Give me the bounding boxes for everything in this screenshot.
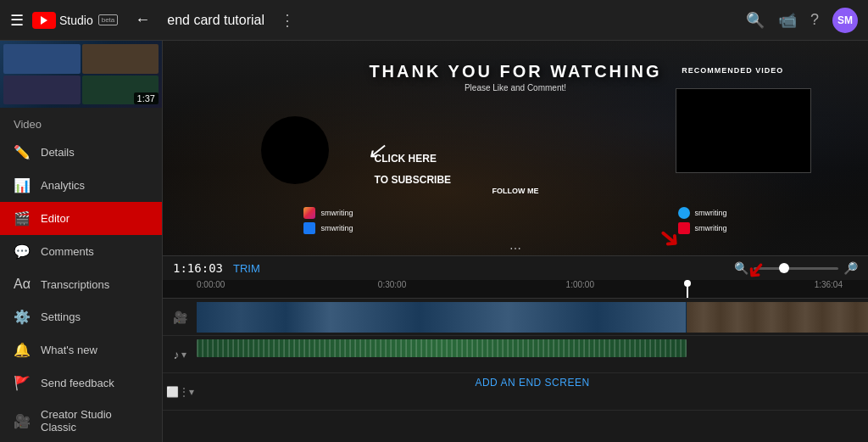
thumb-cell — [3, 76, 81, 105]
header-title: end card tutorial — [167, 13, 264, 28]
audio-track-content[interactable] — [197, 339, 868, 370]
click-here-text: CLICK HERE — [375, 153, 437, 165]
drag-handle[interactable]: ⋯ — [509, 242, 521, 255]
studio-text: Studio — [59, 14, 93, 27]
video-strip — [197, 302, 868, 333]
social-twitter: smwriting — [695, 209, 727, 217]
timeline-tracks: 🎥 ➜ — [163, 299, 868, 442]
thumb-cell — [3, 44, 81, 74]
sidebar-label-comments: Comments — [41, 245, 94, 258]
follow-me-text: FOLLOW ME — [492, 187, 539, 195]
sidebar-label-details: Details — [41, 146, 75, 159]
send-feedback-icon: 🚩 — [14, 375, 31, 391]
preview-frame: THANK YOU FOR WATCHING Please Like and C… — [163, 41, 868, 255]
thumb-cell — [82, 44, 159, 74]
sidebar-item-creator-studio[interactable]: 🎥 Creator Studio Classic — [0, 400, 162, 442]
beta-badge: beta — [98, 14, 119, 25]
sidebar-label-creator-studio: Creator Studio Classic — [41, 408, 148, 434]
video-track-content[interactable] — [197, 302, 868, 333]
audio-track-icons: ♪ ▾ — [163, 348, 197, 361]
comments-icon: 💬 — [14, 243, 31, 260]
search-icon[interactable]: 🔍 — [746, 11, 765, 30]
trim-button[interactable]: TRIM — [233, 262, 260, 275]
sidebar-item-analytics[interactable]: 📊 Analytics — [0, 169, 162, 202]
whats-new-icon: 🔔 — [14, 342, 31, 358]
details-icon: ✏️ — [14, 144, 31, 160]
settings-icon: ⚙️ — [14, 309, 31, 325]
social-instagram: smwriting — [320, 209, 353, 217]
audio-chevron-icon[interactable]: ▾ — [181, 349, 186, 361]
header-left: ☰ Studio beta ← end card tutorial ⋮ — [10, 11, 295, 30]
ruler-track: 0:00:00 0:30:00 1:00:00 1:36:04 — [197, 280, 868, 298]
thank-you-text: THANK YOU FOR WATCHING — [369, 62, 661, 81]
audio-track-row: ♪ ▾ — [163, 336, 868, 373]
subscribe-circle — [261, 116, 329, 184]
sidebar-label-send-feedback: Send feedback — [41, 377, 114, 389]
sidebar-label-editor: Editor — [41, 212, 70, 225]
top-header: ☰ Studio beta ← end card tutorial ⋮ 🔍 📹 … — [0, 0, 868, 41]
thumbnail-image: 1:37 — [0, 41, 162, 108]
main-layout: 1:37 Video ✏️ Details 📊 Analytics 🎬 Edit… — [0, 41, 868, 442]
recommended-label: RECOMMENDED VIDEO — [682, 66, 783, 75]
video-track-icon: 🎥 — [163, 311, 197, 324]
playhead-dot — [684, 280, 691, 287]
ruler-mark-3: 1:36:04 — [815, 280, 843, 289]
more-options-icon[interactable]: ⋮ — [280, 11, 295, 30]
thumbnail-preview: 1:37 — [0, 41, 162, 108]
editor-icon: 🎬 — [14, 210, 31, 227]
sidebar-item-comments[interactable]: 💬 Comments — [0, 235, 162, 268]
ruler-mark-0: 0:00:00 — [197, 280, 225, 289]
audio-strip — [197, 339, 687, 358]
sidebar-item-transcriptions[interactable]: Aα Transcriptions — [0, 268, 162, 300]
video-track-row: 🎥 ➜ — [163, 299, 868, 336]
video-frames — [197, 302, 687, 333]
end-screen-more-icon[interactable]: ⋮ — [179, 386, 189, 398]
yt-play-icon — [32, 12, 56, 29]
sidebar-item-whats-new[interactable]: 🔔 What's new — [0, 333, 162, 366]
subtitle-text: Please Like and Comment! — [369, 83, 661, 92]
analytics-icon: 📊 — [14, 177, 31, 193]
timecode: 1:16:03 — [173, 261, 223, 275]
sidebar-section-video: Video — [0, 108, 162, 136]
sidebar-label-transcriptions: Transcriptions — [41, 278, 109, 291]
timeline-area: 1:16:03 TRIM 🔍 🔎 0:00:00 0:30:00 1:00:00 — [163, 255, 868, 442]
playhead-ruler — [687, 280, 688, 298]
zoom-thumb — [779, 263, 789, 273]
social-facebook: smwriting — [320, 224, 353, 232]
ruler-mark-1: 0:30:00 — [378, 280, 406, 289]
end-screen-chevron-icon[interactable]: ▾ — [189, 386, 194, 398]
social-pinterest: smwriting — [695, 224, 727, 232]
sidebar-item-details[interactable]: ✏️ Details — [0, 136, 162, 169]
creator-studio-icon: 🎥 — [14, 413, 31, 429]
avatar[interactable]: SM — [832, 8, 858, 33]
end-screen-track-icons: ⬜ ⋮ ▾ — [163, 386, 197, 398]
audio-waveform — [197, 339, 687, 358]
hamburger-icon[interactable]: ☰ — [10, 11, 24, 30]
end-screen-track-content: ADD AN END SCREEN ➜ — [197, 377, 868, 407]
to-subscribe-text: TO SUBSCRIBE — [375, 174, 451, 186]
camera-icon[interactable]: 📹 — [778, 11, 797, 30]
sidebar-label-analytics: Analytics — [41, 179, 85, 192]
video-camera-icon: 🎥 — [173, 311, 187, 324]
recommended-box — [676, 88, 811, 173]
help-icon[interactable]: ? — [810, 11, 819, 29]
sidebar-item-editor[interactable]: 🎬 Editor — [0, 202, 162, 235]
content-area: THANK YOU FOR WATCHING Please Like and C… — [163, 41, 868, 442]
back-icon[interactable]: ← — [135, 11, 150, 29]
header-right: 🔍 📹 ? SM — [746, 8, 858, 33]
sidebar-item-send-feedback[interactable]: 🚩 Send feedback — [0, 366, 162, 400]
add-end-screen-button[interactable]: ADD AN END SCREEN — [197, 377, 868, 389]
sidebar-label-settings: Settings — [41, 311, 81, 323]
social-left: smwriting smwriting — [303, 207, 353, 234]
duration-badge: 1:37 — [134, 92, 159, 104]
music-icon: ♪ — [174, 348, 180, 361]
zoom-in-icon[interactable]: 🔎 — [843, 261, 858, 275]
sidebar: 1:37 Video ✏️ Details 📊 Analytics 🎬 Edit… — [0, 41, 163, 442]
video-preview: THANK YOU FOR WATCHING Please Like and C… — [163, 41, 868, 255]
sidebar-label-whats-new: What's new — [41, 344, 97, 356]
sidebar-item-settings[interactable]: ⚙️ Settings — [0, 300, 162, 333]
ruler-mark-2: 1:00:00 — [566, 280, 594, 289]
end-screen-track-row: ⬜ ⋮ ▾ ADD AN END SCREEN ➜ — [163, 373, 868, 411]
end-screen-icon: ⬜ — [166, 386, 179, 398]
thank-you-section: THANK YOU FOR WATCHING Please Like and C… — [369, 62, 661, 92]
